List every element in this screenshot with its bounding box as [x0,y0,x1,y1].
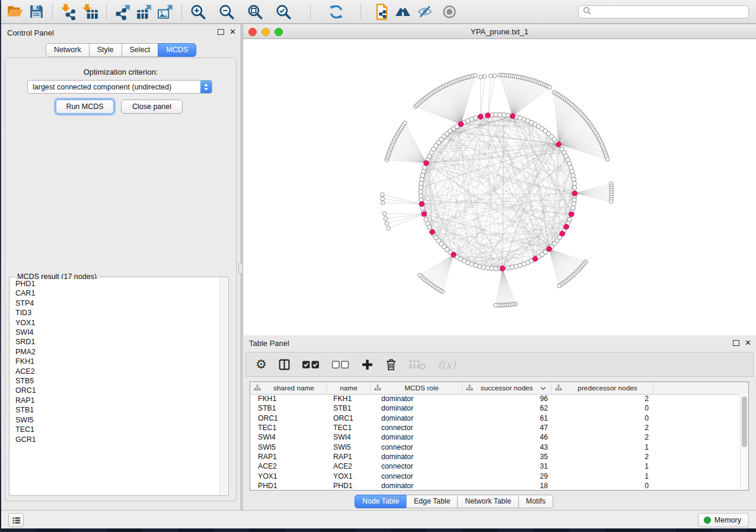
node-table: shared name name MCDS role successor nod… [250,382,749,491]
mcds-node-item[interactable]: YOX1 [11,318,227,328]
mcds-node-item[interactable]: TID3 [11,308,227,318]
search-input[interactable] [592,6,748,18]
tab-node-table[interactable]: Node Table [355,495,407,508]
network-document-icon[interactable] [373,3,391,21]
control-panel-tabs: Network Style Select MCDS [1,43,241,57]
tab-mcds[interactable]: MCDS [158,43,196,57]
mcds-node-item[interactable]: RAP1 [11,396,227,405]
col-header-predecessor-nodes[interactable]: predecessor nodes [551,382,653,394]
table-cell: 0 [551,482,653,490]
tab-edge-table[interactable]: Edge Table [406,495,458,508]
export-network-icon[interactable] [114,3,132,21]
table-row[interactable]: SWI5SWI5connector431 [250,442,741,451]
table-cell: connector [371,424,462,432]
save-session-icon[interactable] [27,3,45,21]
network-view-titlebar[interactable]: YPA_prune.txt_1 [243,25,756,39]
show-columns-icon[interactable] [278,357,291,372]
network-graph [243,39,756,335]
table-cell: STB1 [327,404,371,412]
mcds-node-item[interactable]: SRD1 [11,337,227,347]
float-panel-icon[interactable] [218,29,224,35]
mcds-node-item[interactable]: STB1 [11,405,227,415]
search-icon [582,6,592,18]
run-mcds-button[interactable]: Run MCDS [56,100,114,114]
table-cell: 1 [551,462,653,470]
network-view-title: YPA_prune.txt_1 [243,27,756,36]
mcds-node-item[interactable]: FKH1 [11,357,227,366]
table-cell: SWI4 [327,433,371,441]
table-row[interactable]: YOX1YOX1connector291 [250,471,741,480]
search-field[interactable] [578,5,749,18]
table-scrollbar-thumb[interactable] [742,396,747,447]
control-panel-header: Control Panel ✕ [1,24,241,40]
select-all-icon[interactable] [302,357,320,372]
mcds-node-item[interactable]: PMA2 [11,347,227,357]
mcds-node-item[interactable]: STP4 [11,299,227,308]
mcds-node-item[interactable]: STB5 [11,376,227,386]
add-column-icon[interactable] [361,357,374,372]
table-cell: RAP1 [327,453,371,461]
network-canvas[interactable] [243,39,756,335]
zoom-out-icon[interactable] [218,3,235,21]
col-header-successor-nodes[interactable]: successor nodes [462,382,551,394]
mcds-node-item[interactable]: ORC1 [11,386,227,395]
toolbar-separator [181,4,183,20]
tab-network-table[interactable]: Network Table [457,495,519,508]
mcds-node-item[interactable]: SWI5 [11,415,227,425]
tab-network[interactable]: Network [46,43,90,57]
zoom-selected-icon[interactable] [275,3,292,21]
table-settings-gear-icon[interactable]: ⚙ [256,357,267,372]
memory-button[interactable]: Memory [698,513,749,527]
import-network-icon[interactable] [60,3,78,21]
table-row[interactable]: ORC1ORC1dominator610 [250,414,741,423]
mcds-result-scrollbar[interactable] [219,278,228,495]
col-header-mcds-role[interactable]: MCDS role [371,382,462,394]
mcds-node-item[interactable]: PHD1 [11,279,227,289]
show-graphics-details-icon[interactable] [441,3,458,21]
tab-select[interactable]: Select [122,43,159,57]
optimization-criterion-select[interactable]: largest connected component (undirected) [27,80,212,94]
delete-column-trash-icon[interactable] [385,357,397,372]
close-panel-button[interactable]: Close panel [121,100,183,114]
node-table-body[interactable]: FKH1FKH1dominator962STB1STB1dominator620… [250,394,741,490]
deselect-all-icon[interactable] [331,357,350,372]
mcds-result-list[interactable]: PHD1CAR1STP4TID3YOX1SWI4SRD1PMA2FKH1ACE2… [11,279,227,493]
tab-style[interactable]: Style [89,43,122,57]
close-panel-icon[interactable]: ✕ [229,28,236,36]
table-panel-title: Table Panel [249,339,289,348]
open-session-icon[interactable] [6,3,24,21]
table-scrollbar[interactable] [740,394,748,490]
status-bar: Memory [1,510,756,528]
search-window-binoculars-icon[interactable] [394,3,412,21]
table-row[interactable]: SWI4SWI4dominator462 [250,432,741,442]
mcds-node-item[interactable]: ACE2 [11,367,227,376]
col-header-name[interactable]: name [327,382,371,394]
table-row[interactable]: PHD1PHD1dominator180 [250,481,741,490]
tree-icon [374,384,381,392]
zoom-in-icon[interactable] [189,3,207,21]
table-row[interactable]: STB1STB1dominator620 [250,403,741,413]
export-table-icon[interactable] [135,3,153,21]
table-cell: 2 [551,433,653,441]
tree-icon [466,384,473,392]
tab-motifs[interactable]: Motifs [518,495,553,508]
table-row[interactable]: TEC1TEC1connector472 [250,423,741,432]
mcds-node-item[interactable]: CAR1 [11,289,227,298]
mcds-node-item[interactable]: GCR1 [11,435,227,444]
table-row[interactable]: ACE2ACE2connector311 [250,462,741,471]
hide-graphics-details-icon[interactable] [416,3,433,21]
mcds-node-item[interactable]: TEC1 [11,425,227,434]
show-task-history-button[interactable] [8,513,24,527]
table-row[interactable]: FKH1FKH1dominator962 [250,394,741,403]
close-table-panel-icon[interactable]: ✕ [745,339,751,347]
export-image-icon[interactable] [157,3,174,21]
mcds-node-item[interactable]: SWI4 [11,328,227,337]
float-table-panel-icon[interactable] [733,340,739,346]
import-table-icon[interactable] [81,3,99,21]
table-row[interactable]: RAP1RAP1dominator352 [250,452,741,462]
zoom-fit-icon[interactable] [246,3,264,21]
col-header-shared-name[interactable]: shared name [250,382,327,394]
table-cell: TEC1 [250,424,327,432]
refresh-icon[interactable] [327,3,345,21]
table-cell: dominator [371,433,462,441]
